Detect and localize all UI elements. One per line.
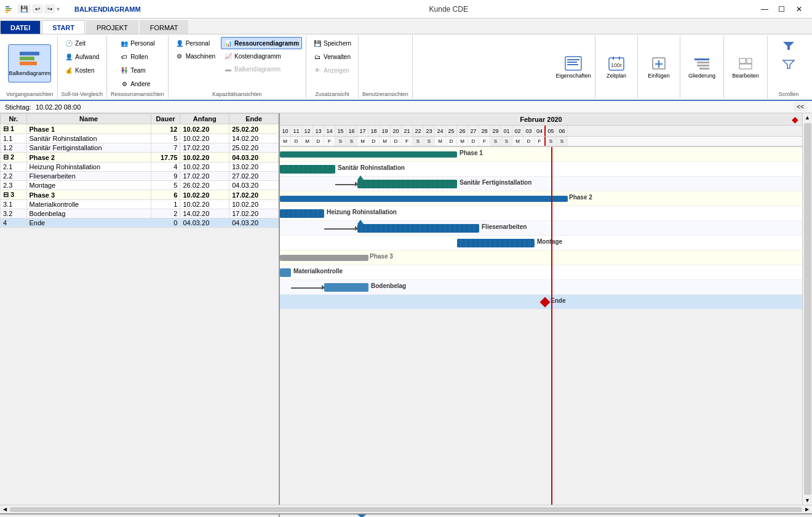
- kostendiagramm-icon: 📈: [224, 52, 233, 60]
- btn-zeit[interactable]: 🕐 Zeit: [62, 37, 89, 49]
- col-ende: Ende: [229, 114, 279, 124]
- day-cell: 19: [380, 126, 391, 136]
- scroll-down-btn[interactable]: ▼: [803, 496, 812, 505]
- redo-btn[interactable]: ↪: [44, 4, 55, 14]
- btn-balkendiagramm[interactable]: Balkendiagramm: [8, 44, 51, 82]
- h-scroll-thumb[interactable]: [10, 507, 802, 512]
- cell-name: Sanitär Rohinstallation: [26, 134, 151, 143]
- gantt-row-1-1: Sanitär Rohinstallation: [280, 162, 802, 177]
- quick-access-toolbar: 💾 ↩ ↪ ▾: [17, 4, 60, 14]
- anzeigen-icon: 👁: [313, 66, 322, 74]
- day-cell-today: 04: [535, 126, 546, 136]
- group-soll-ist: 🕐 Zeit 👤 Aufwand 💰 Kosten Soll-Ist-Vergl…: [58, 36, 108, 98]
- h-scrollbar[interactable]: ◀ ▶: [0, 505, 812, 513]
- svg-rect-13: [619, 57, 620, 60]
- cell-nr: ⊟ 2: [1, 153, 27, 162]
- cell-nr: 2.3: [1, 181, 27, 190]
- dow-cell-today: F: [535, 137, 546, 146]
- kapazitaetsansichten-items: 👤 Personal ⚙ Maschinen 📊 Ressourcendiagr…: [172, 37, 302, 90]
- btn-rollen[interactable]: 🏷 Rollen: [117, 50, 151, 63]
- tab-start[interactable]: START: [42, 20, 85, 34]
- scroll-left-btn[interactable]: ◀: [1, 507, 9, 513]
- table-row[interactable]: ⊟ 3 Phase 3 6 10.02.20 17.02.20: [1, 190, 279, 200]
- table-row[interactable]: 3.1 Materialkontrolle 1 10.02.20 10.02.2…: [1, 200, 279, 209]
- btn-bearbeiten[interactable]: Bearbeiten: [728, 48, 763, 86]
- btn-personal[interactable]: 👤 Personal: [172, 37, 218, 49]
- btn-filter2[interactable]: [771, 55, 806, 73]
- table-row[interactable]: 4 Ende 0 04.03.20 04.03.20: [1, 218, 279, 228]
- gantt-row-milestone: Ende: [280, 295, 802, 310]
- dow-cell: D: [291, 137, 302, 146]
- btn-eigenschaften[interactable]: Eigenschaften: [555, 48, 591, 86]
- table-row[interactable]: 3.2 Bodenbelag 2 14.02.20 17.02.20: [1, 209, 279, 218]
- dow-cell: S: [346, 137, 357, 146]
- btn-gliederung[interactable]: Gliederung: [684, 48, 720, 86]
- day-cell: 24: [435, 126, 446, 136]
- maximize-btn[interactable]: ☐: [774, 3, 790, 15]
- table-row[interactable]: 1.1 Sanitär Rohinstallation 5 10.02.20 1…: [1, 134, 279, 143]
- btn-team[interactable]: 👫 Team: [117, 64, 148, 76]
- cell-anfang: 17.02.20: [180, 143, 229, 153]
- cell-dauer: 7: [151, 143, 180, 153]
- btn-anzeigen[interactable]: 👁 Anzeigen: [310, 64, 352, 76]
- today-line: [551, 147, 552, 505]
- cell-nr: 3.2: [1, 209, 27, 218]
- today-marker-top: ◆: [792, 114, 798, 124]
- bar-phase1: [280, 151, 457, 158]
- cell-ende: 10.02.20: [229, 200, 279, 209]
- save-quick-btn[interactable]: 💾: [17, 4, 31, 14]
- group-ressourcenansichten: 👥 Personal 🏷 Rollen 👫 Team ⚙ Andere Ress…: [107, 36, 169, 98]
- btn-ressourcendiagramm[interactable]: 📊 Ressourcendiagramm: [221, 37, 302, 49]
- close-btn[interactable]: ✕: [791, 3, 807, 15]
- btn-zeitplan[interactable]: 100r Zeitplan: [599, 48, 634, 86]
- btn-filter1[interactable]: [771, 37, 806, 54]
- minimize-btn[interactable]: —: [757, 3, 773, 15]
- svg-rect-5: [20, 57, 34, 60]
- btn-aufwand[interactable]: 👤 Aufwand: [62, 50, 102, 63]
- btn-verwalten[interactable]: 🗂 Verwalten: [310, 50, 354, 63]
- cell-ende: 04.03.20: [229, 153, 279, 162]
- group-kapazitaetsansichten: 👤 Personal ⚙ Maschinen 📊 Ressourcendiagr…: [169, 36, 306, 98]
- cell-anfang: 10.02.20: [180, 162, 229, 172]
- einfuegen-label: Einfügen: [648, 73, 670, 79]
- btn-einfuegen[interactable]: Einfügen: [642, 48, 676, 86]
- dow-row: M D M D F S S M D M D F S S M D M: [280, 137, 802, 146]
- v-scrollbar[interactable]: ▲ ▼: [802, 113, 812, 505]
- app-icon: [5, 4, 15, 14]
- scrollen-label: Scrollen: [779, 90, 799, 97]
- btn-balkendiagramm2[interactable]: ▬ Balkendiagramm: [221, 63, 302, 75]
- btn-maschinen[interactable]: ⚙ Maschinen: [172, 50, 218, 62]
- undo-btn[interactable]: ↩: [32, 4, 43, 14]
- group-label-zusatzansicht: Zusatzansicht: [315, 90, 349, 97]
- btn-kostendiagramm[interactable]: 📈 Kostendiagramm: [221, 50, 302, 62]
- nav-prev-btn[interactable]: <<: [794, 102, 807, 111]
- group-zeitplan: 100r Zeitplan: [595, 36, 638, 98]
- table-row[interactable]: 2.1 Heizung Rohinstallation 4 10.02.20 1…: [1, 162, 279, 172]
- tab-format[interactable]: FORMAT: [140, 20, 189, 34]
- table-row[interactable]: 2.2 Fliesenarbeiten 9 17.02.20 27.02.20: [1, 172, 279, 181]
- scroll-right-btn[interactable]: ▶: [803, 507, 811, 513]
- svg-rect-20: [697, 65, 709, 66]
- btn-andere[interactable]: ⚙ Andere: [117, 78, 153, 90]
- table-row[interactable]: 2.3 Montage 5 26.02.20 04.03.20: [1, 181, 279, 190]
- table-row[interactable]: ⊟ 1 Phase 1 12 10.02.20 25.02.20: [1, 124, 279, 134]
- btn-personal-group[interactable]: 👥 Personal: [117, 37, 157, 49]
- cell-name: Phase 1: [26, 124, 151, 134]
- day-cell: 26: [457, 126, 468, 136]
- dow-cell: F: [324, 137, 335, 146]
- tab-datei[interactable]: DATEI: [0, 20, 41, 34]
- group-bearbeiten: Bearbeiten: [724, 36, 768, 98]
- einfuegen-items: Einfügen: [642, 37, 676, 97]
- scroll-up-btn[interactable]: ▲: [803, 113, 812, 122]
- personal2-icon: 👤: [175, 39, 184, 47]
- btn-speichern[interactable]: 💾 Speichern: [310, 37, 354, 49]
- tab-projekt[interactable]: PROJEKT: [86, 20, 138, 34]
- bar-label-2-1: Heizung Rohinstallation: [327, 209, 397, 215]
- title-bar: 💾 ↩ ↪ ▾ BALKENDIAGRAMM Kunde CDE — ☐ ✕: [0, 0, 812, 18]
- bar-material: [280, 268, 291, 277]
- btn-kosten[interactable]: 💰 Kosten: [62, 64, 97, 76]
- scroll-thumb[interactable]: [804, 123, 811, 495]
- table-row[interactable]: ⊟ 2 Phase 2 17.75 10.02.20 04.03.20: [1, 153, 279, 162]
- bearbeiten-label: Bearbeiten: [732, 73, 759, 79]
- table-row[interactable]: 1.2 Sanitär Fertiginstallation 7 17.02.2…: [1, 143, 279, 153]
